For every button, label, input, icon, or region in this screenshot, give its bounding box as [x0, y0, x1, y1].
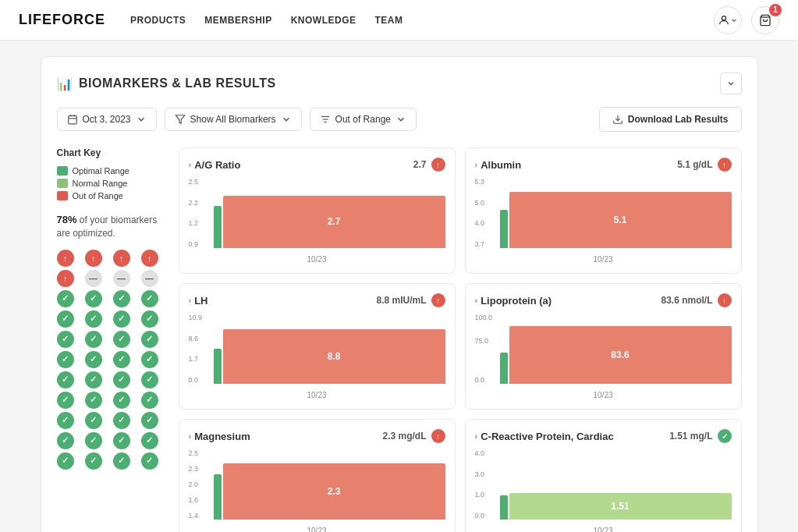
- bio-value: 2.7 ↑: [413, 158, 445, 172]
- chart-y-labels: 4.03.01.00.0: [475, 449, 497, 520]
- chart-bars: 83.6: [500, 314, 732, 384]
- biomarker-status-icon: ✓: [113, 392, 130, 409]
- biomarker-card: › LH 8.8 mIU/mL ↑ 10.98.61.70.0 8.8 10/2…: [179, 283, 456, 410]
- date-filter[interactable]: Oct 3, 2023: [57, 108, 157, 131]
- biomarker-status-icon: ✓: [113, 290, 130, 307]
- range-filter[interactable]: Out of Range: [310, 108, 417, 131]
- out-range-color-swatch: [57, 191, 68, 200]
- biomarker-status-icon: ✓: [141, 371, 158, 388]
- bio-value: 5.1 g/dL ↑: [677, 158, 731, 172]
- chart-bars: 1.51: [500, 449, 732, 520]
- bio-name[interactable]: › Lipoprotein (a): [475, 295, 552, 307]
- value-bar: 5.1: [509, 192, 732, 248]
- bio-value: 2.3 mg/dL ↑: [382, 429, 445, 443]
- biomarker-status-icon: ✓: [141, 432, 158, 449]
- biomarker-status-icon: ✓: [57, 331, 74, 348]
- bio-chart: 2.52.21.20.9 2.7 10/23: [189, 178, 445, 264]
- biomarker-status-icon: ✓: [113, 331, 130, 348]
- biomarker-status-icon: ✓: [141, 392, 158, 409]
- biomarker-status-icon: ↑: [141, 250, 158, 267]
- chart-bars: 2.3: [214, 449, 445, 520]
- svg-point-0: [722, 16, 725, 20]
- bio-value: 1.51 mg/L ✓: [669, 429, 731, 443]
- bio-name[interactable]: › Albumin: [475, 159, 522, 171]
- chart-bars: 2.7: [214, 178, 445, 248]
- bio-card-header: › Albumin 5.1 g/dL ↑: [475, 158, 732, 172]
- biomarker-card: › C-Reactive Protein, Cardiac 1.51 mg/L …: [465, 419, 742, 532]
- bio-chevron-icon: ›: [475, 296, 478, 305]
- optimal-bar: [214, 206, 222, 248]
- biomarker-status-icon: ✓: [141, 351, 158, 368]
- bio-chart: 2.52.32.01.61.4 2.3 10/23: [189, 449, 445, 532]
- chevron-down-icon: [730, 16, 738, 24]
- optimal-bar: [214, 349, 222, 384]
- bio-card-header: › LH 8.8 mIU/mL ↑: [189, 293, 445, 307]
- logo: LIFEFORCE: [19, 12, 105, 28]
- biomarker-status-icon: ✓: [57, 392, 74, 409]
- value-bar: 2.7: [223, 196, 445, 249]
- bio-status-indicator: ↑: [718, 158, 732, 172]
- bio-card-header: › C-Reactive Protein, Cardiac 1.51 mg/L …: [475, 429, 732, 443]
- biomarker-status-icon: ✓: [57, 290, 74, 307]
- value-bar: 83.6: [509, 326, 732, 384]
- nav-products[interactable]: PRODUCTS: [130, 15, 186, 26]
- chart-bars: 8.8: [214, 314, 445, 384]
- bio-name[interactable]: › Magnesium: [189, 431, 250, 442]
- bio-chart: 4.03.01.00.0 1.51 10/23: [475, 449, 732, 532]
- value-bar: 8.8: [223, 329, 445, 384]
- biomarker-status-icon: ↑: [113, 250, 130, 267]
- nav-knowledge[interactable]: KNOWLEDGE: [291, 15, 356, 26]
- biomarker-filter[interactable]: Show All Biomarkers: [165, 108, 302, 131]
- biomarker-status-icon: ✓: [141, 452, 158, 470]
- cart-icon: [759, 14, 771, 27]
- chart-key-title: Chart Key: [57, 147, 166, 158]
- optimal-bar: [500, 210, 508, 249]
- biomarker-status-icon: —: [141, 270, 158, 287]
- biomarker-status-icon: ✓: [85, 432, 102, 449]
- bio-chevron-icon: ›: [475, 160, 478, 169]
- chart-y-labels: 10.98.61.70.0: [189, 314, 211, 384]
- card-header: 📊 BIOMARKERS & LAB RESULTS: [57, 73, 742, 94]
- biomarker-status-icon: ↑: [85, 250, 102, 267]
- bio-name[interactable]: › A/G Ratio: [189, 159, 241, 171]
- biomarker-status-icon: ✓: [57, 310, 74, 328]
- biomarker-status-icon: ✓: [57, 452, 74, 470]
- biomarker-status-icon: ✓: [113, 452, 130, 470]
- value-bar: 1.51: [509, 493, 732, 520]
- legend-out-of-range: Out of Range: [57, 191, 166, 200]
- sort-icon: [320, 114, 331, 125]
- biomarker-status-icon: ✓: [85, 310, 102, 328]
- biomarker-status-icon: ✓: [57, 412, 74, 429]
- bio-name[interactable]: › LH: [189, 295, 208, 307]
- biomarker-card: › Magnesium 2.3 mg/dL ↑ 2.52.32.01.61.4 …: [179, 419, 456, 532]
- bio-name[interactable]: › C-Reactive Protein, Cardiac: [475, 431, 614, 442]
- optimization-stat: 78% of your biomarkers are optimized.: [57, 213, 166, 240]
- download-button[interactable]: Download Lab Results: [599, 107, 742, 132]
- optimal-color-swatch: [57, 166, 68, 176]
- card-title: 📊 BIOMARKERS & LAB RESULTS: [57, 76, 276, 91]
- bio-status-indicator: ↑: [431, 429, 445, 443]
- biomarker-status-icon: ✓: [113, 351, 130, 368]
- nav-team[interactable]: TEAM: [375, 15, 403, 26]
- collapse-button[interactable]: [720, 73, 742, 94]
- biomarker-status-icon: ✓: [85, 392, 102, 409]
- biomarker-status-icon: —: [85, 270, 102, 287]
- chart-bars: 5.1: [500, 178, 732, 248]
- biomarker-status-icon: ✓: [113, 412, 130, 429]
- nav-membership[interactable]: MEMBERSHIP: [204, 15, 271, 26]
- biomarker-status-icon: ✓: [141, 331, 158, 348]
- biomarker-status-icon: ✓: [57, 432, 74, 449]
- chart-x-label: 10/23: [307, 391, 326, 399]
- biomarker-status-icon: ✓: [141, 412, 158, 429]
- user-icon: [718, 14, 730, 27]
- range-chevron-icon: [395, 114, 406, 125]
- biomarker-status-icon: ✓: [85, 371, 102, 388]
- cart-icon-button[interactable]: 1: [751, 6, 779, 34]
- biomarker-status-icon: ↑: [57, 250, 74, 267]
- svg-rect-2: [68, 115, 76, 124]
- bio-chevron-icon: ›: [475, 431, 478, 441]
- biomarker-status-icon: ✓: [85, 331, 102, 348]
- biomarker-status-grid: ↑↑↑↑↑———✓✓✓✓✓✓✓✓✓✓✓✓✓✓✓✓✓✓✓✓✓✓✓✓✓✓✓✓✓✓✓✓…: [57, 250, 166, 470]
- biomarker-status-icon: ✓: [141, 310, 158, 328]
- user-icon-button[interactable]: [714, 6, 742, 34]
